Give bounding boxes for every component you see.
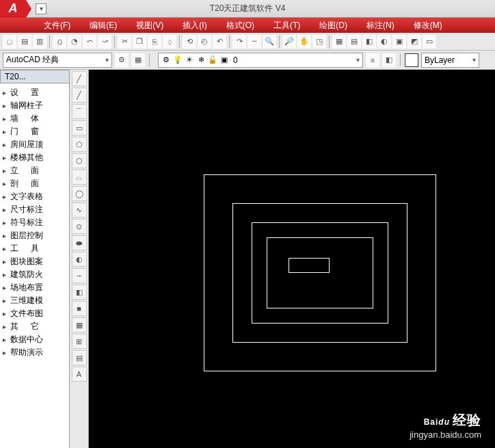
app-logo[interactable]: A [0,0,26,18]
tree-item[interactable]: 门窗 [3,125,66,138]
draw-tool-icon[interactable]: ⌓ [72,170,87,185]
tree-item[interactable]: 墙体 [3,112,66,125]
color-swatch-icon[interactable] [405,53,418,67]
layer-state-icon[interactable]: ⚙ [161,55,171,65]
toolbar-icon[interactable]: 🔍 [263,35,276,49]
toolbar-icon[interactable]: □ [3,35,16,49]
side-panel: 设置轴网柱子墙体门窗房间屋顶楼梯其他立面剖面文字表格尺寸标注符号标注图层控制工具… [0,70,70,448]
menu-item[interactable]: 插入(I) [173,20,216,31]
tree-item[interactable]: 其它 [3,320,66,333]
toolbar-icon[interactable]: ▭ [423,35,436,49]
rectangle-shape [289,258,330,273]
toolbar-icon[interactable]: ▦ [332,35,346,49]
color-combo[interactable]: ByLayer [421,53,479,68]
toolbar-icon[interactable]: ▤ [18,35,31,49]
layer-iso-icon[interactable]: ◧ [382,53,396,67]
menu-item[interactable]: 工具(T) [264,20,310,31]
tree-item[interactable]: 建筑防火 [3,268,66,281]
toolbar-icon[interactable]: 🔎 [282,35,296,49]
draw-tool-icon[interactable]: ╱ [72,88,87,103]
toolbar-icon[interactable]: ⟲ [183,35,196,49]
draw-tool-icon[interactable]: ▦ [72,317,87,332]
ws-settings-icon[interactable]: ⚙ [115,53,129,67]
draw-tool-icon[interactable]: ⬬ [72,235,87,250]
tree-item-label: 门窗 [10,126,51,137]
toolbar-icon[interactable]: ⎀ [163,35,176,49]
tree-item[interactable]: 图块图案 [3,255,66,268]
layer-state-icon[interactable]: ▣ [219,55,229,65]
draw-tool-icon[interactable]: ■ [72,301,87,316]
menu-item[interactable]: 修改(M) [404,20,452,31]
menu-item[interactable]: 视图(V) [126,20,173,31]
draw-tool-icon[interactable]: ◐ [72,252,87,267]
toolbar-icon[interactable]: ⤺ [83,35,96,49]
layer-combo[interactable]: ⚙💡☀❄🔓▣ 0 [158,53,363,68]
layer-state-icon[interactable]: 🔓 [208,55,217,65]
toolbar-icon[interactable]: ⎙ [53,35,66,49]
toolbar-icon[interactable]: ▣ [392,35,406,49]
toolbar-icon[interactable]: ✂ [118,35,131,49]
toolbar-icon[interactable]: ⎘ [148,35,161,49]
tree-item[interactable]: 房间屋顶 [3,138,66,151]
draw-tool-icon[interactable]: ⬠ [72,137,87,152]
tree-item[interactable]: 设置 [3,86,66,99]
toolbar-icon[interactable]: ▥ [33,35,46,49]
tree-item[interactable]: 符号标注 [3,216,66,229]
side-panel-title[interactable]: T20... [0,70,70,83]
toolbar-icon[interactable]: ◐ [377,35,391,49]
qat-icon[interactable]: ▾ [36,3,46,14]
menu-item[interactable]: 格式(O) [217,20,264,31]
draw-tool-icon[interactable]: ◧ [72,285,87,300]
draw-tool-icon[interactable]: ∿ [72,202,87,218]
toolbar-icon[interactable]: ╌ [247,35,261,49]
toolbar-icon[interactable]: ◳ [312,35,326,49]
tree-item[interactable]: 场地布置 [3,281,66,294]
tree-item[interactable]: 帮助演示 [3,346,66,359]
toolbar-icon[interactable]: ❐ [133,35,146,49]
layer-state-icon[interactable]: 💡 [173,55,183,65]
menu-item[interactable]: 文件(F) [34,20,80,31]
toolbar-icon[interactable]: ▤ [347,35,361,49]
drawing-canvas[interactable]: Baidu经验 jingyan.baidu.com [89,70,495,448]
tree-item[interactable]: 轴网柱子 [3,99,66,112]
toolbar-icon[interactable]: ✋ [297,35,311,49]
tree-item-label: 建筑防火 [10,269,43,280]
draw-tool-icon[interactable]: ⌒ [72,104,87,119]
draw-tool-icon[interactable]: ⬡ [72,153,87,168]
menu-item[interactable]: 绘图(D) [310,20,357,31]
ws-grid-icon[interactable]: ▦ [131,53,145,67]
tree-item[interactable]: 图层控制 [3,229,66,242]
workspace-combo[interactable]: AutoCAD 经典 [3,53,112,68]
layer-state-icon[interactable]: ☀ [185,55,194,65]
draw-tool-icon[interactable]: A [72,367,87,382]
toolbar-icon[interactable]: ↶ [213,35,226,49]
draw-tool-icon[interactable]: ⊞ [72,334,87,349]
bylayer-label: ByLayer [425,55,455,65]
draw-tool-icon[interactable]: ⊙ [72,219,87,234]
draw-tool-icon[interactable]: ◯ [72,186,87,201]
toolbar-icon[interactable]: ◧ [362,35,376,49]
draw-tool-icon[interactable]: ▭ [72,120,87,135]
layer-state-icon[interactable]: ❄ [196,55,206,65]
toolbar-icon[interactable]: ◴ [198,35,211,49]
layer-states-icon[interactable]: ≡ [366,53,379,67]
draw-tool-icon[interactable]: ╱ [72,71,87,86]
window-title: T20天正建筑软件 V4 [210,3,286,14]
toolbar-icon[interactable]: ↷ [232,35,246,49]
tree-item[interactable]: 工具 [3,242,66,255]
toolbar-icon[interactable]: ⤻ [98,35,111,49]
tree-item[interactable]: 数据中心 [3,333,66,346]
tree-item[interactable]: 文件布图 [3,307,66,320]
tree-item[interactable]: 尺寸标注 [3,203,66,216]
draw-tool-icon[interactable]: ∽ [72,268,87,283]
tree-item[interactable]: 文字表格 [3,190,66,203]
toolbar-icon[interactable]: ◩ [407,35,421,49]
tree-item[interactable]: 楼梯其他 [3,151,66,164]
draw-tool-icon[interactable]: ▤ [72,350,87,365]
tree-item[interactable]: 三维建模 [3,294,66,307]
tree-item[interactable]: 立面 [3,164,66,177]
toolbar-icon[interactable]: ◔ [68,35,81,49]
menu-item[interactable]: 标注(N) [357,20,404,31]
tree-item[interactable]: 剖面 [3,177,66,190]
menu-item[interactable]: 编辑(E) [80,20,126,31]
